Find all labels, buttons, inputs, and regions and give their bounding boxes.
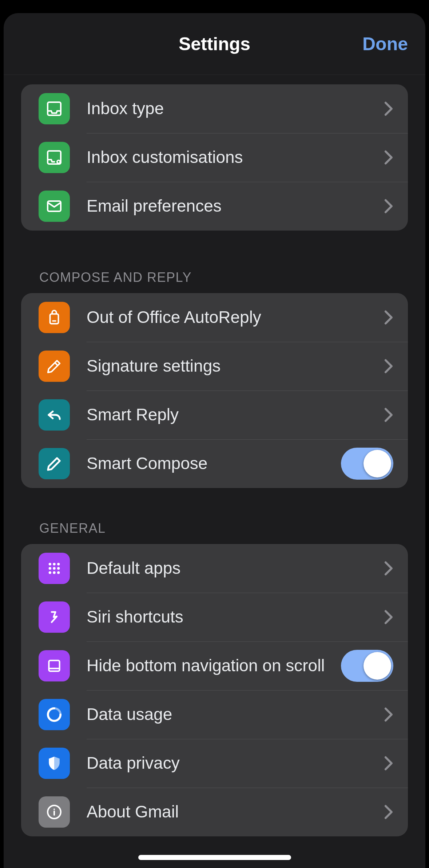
default-apps-icon [39,553,70,584]
nav-bar: Settings Done [4,13,425,75]
svg-point-3 [58,161,60,163]
smart-compose-toggle[interactable] [341,448,393,480]
row-label: Email preferences [87,196,383,217]
chevron-right-icon [383,804,393,820]
hide-nav-icon [39,650,70,681]
chevron-right-icon [383,560,393,576]
row-label: Inbox customisations [87,147,383,168]
row-data-privacy[interactable]: Data privacy [21,739,408,788]
inbox-customisations-icon [39,142,70,173]
row-smart-compose[interactable]: Smart Compose [21,439,408,488]
chevron-right-icon [383,198,393,214]
inbox-type-icon [39,93,70,124]
svg-point-14 [57,571,60,574]
svg-point-12 [49,571,51,574]
row-smart-reply[interactable]: Smart Reply [21,391,408,439]
smart-reply-icon [39,399,70,431]
row-data-usage[interactable]: Data usage [21,690,408,739]
row-label: About Gmail [87,801,383,823]
svg-point-13 [53,571,55,574]
settings-sheet: Settings Done Inbox type [4,13,425,868]
signature-icon [39,351,70,382]
row-label: Smart Compose [87,453,341,474]
settings-group-general: Default apps Siri shortcuts [21,544,408,836]
row-out-of-office[interactable]: Out of Office AutoReply [21,293,408,342]
settings-group-inbox: Inbox type Inbox customisations [21,84,408,231]
email-preferences-icon [39,191,70,222]
svg-point-7 [53,563,55,565]
section-header-compose: COMPOSE AND REPLY [39,270,408,285]
row-label: Smart Reply [87,404,383,425]
row-inbox-type[interactable]: Inbox type [21,84,408,133]
row-about-gmail[interactable]: About Gmail [21,788,408,836]
chevron-right-icon [383,407,393,423]
row-label: Signature settings [87,356,383,377]
chevron-right-icon [383,149,393,165]
svg-point-8 [57,563,60,565]
row-hide-bottom-nav[interactable]: Hide bottom navigation on scroll [21,641,408,690]
chevron-right-icon [383,707,393,723]
row-label: Default apps [87,558,383,579]
about-icon [39,796,70,828]
row-label: Hide bottom navigation on scroll [87,655,341,676]
svg-point-10 [53,567,55,569]
row-inbox-customisations[interactable]: Inbox customisations [21,133,408,182]
smart-compose-icon [39,448,70,479]
svg-point-9 [49,567,51,569]
svg-point-11 [57,567,60,569]
svg-point-6 [49,563,51,565]
svg-rect-5 [50,314,59,324]
chevron-right-icon [383,309,393,325]
row-label: Data privacy [87,753,383,774]
settings-content: Inbox type Inbox customisations [4,84,425,836]
done-button[interactable]: Done [362,33,408,55]
out-of-office-icon [39,302,70,333]
chevron-right-icon [383,358,393,374]
row-default-apps[interactable]: Default apps [21,544,408,593]
toggle-knob [364,652,391,680]
data-privacy-icon [39,748,70,779]
chevron-right-icon [383,609,393,625]
row-label: Out of Office AutoReply [87,307,383,328]
page-title: Settings [179,33,250,55]
row-label: Inbox type [87,98,383,119]
hide-nav-toggle[interactable] [341,650,393,682]
row-email-preferences[interactable]: Email preferences [21,182,408,231]
svg-rect-15 [49,660,59,671]
row-signature-settings[interactable]: Signature settings [21,342,408,391]
chevron-right-icon [383,101,393,117]
row-siri-shortcuts[interactable]: Siri shortcuts [21,593,408,641]
home-indicator[interactable] [138,855,291,860]
row-label: Data usage [87,704,383,725]
toggle-knob [364,450,391,477]
section-header-general: GENERAL [39,521,408,536]
row-label: Siri shortcuts [87,607,383,628]
siri-shortcuts-icon [39,601,70,633]
data-usage-icon [39,699,70,730]
settings-group-compose: Out of Office AutoReply Signature settin… [21,293,408,488]
chevron-right-icon [383,755,393,771]
